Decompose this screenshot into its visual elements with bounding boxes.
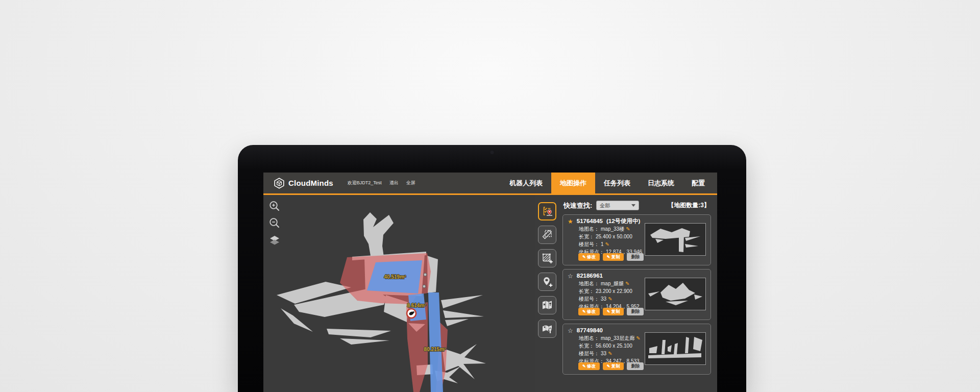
edit-pencil-icon[interactable]: ✎ (608, 351, 612, 356)
thumbnail-map-image (645, 224, 704, 254)
pencil-icon: ✎ (582, 255, 586, 259)
vertex-dot[interactable] (423, 285, 426, 288)
nav-tabs: 机器人列表 地图操作 任务列表 日志系统 配置 (501, 173, 717, 193)
zoom-out-icon[interactable] (268, 217, 281, 229)
field-label: 长宽： (579, 234, 594, 240)
map-tools-column (535, 195, 559, 392)
laptop-bezel: CloudMinds 欢迎BJDT2_Test 退出 全屏 机器人列表 地图操作… (238, 145, 746, 392)
tool-task-map-list-button[interactable] (538, 202, 556, 220)
quick-find-label: 快速查找: (564, 201, 592, 210)
edit-pencil-icon[interactable]: ✎ (636, 336, 640, 341)
upload-map-icon (541, 323, 553, 335)
tool-measure-area-button[interactable] (538, 226, 556, 244)
delete-button[interactable]: 删除 (627, 253, 644, 261)
map-id: 82186961 (577, 273, 603, 279)
tab-config[interactable]: 配置 (683, 173, 717, 193)
brand-name: CloudMinds (288, 179, 333, 187)
brand-logo[interactable]: CloudMinds (263, 173, 333, 193)
top-navbar: CloudMinds 欢迎BJDT2_Test 退出 全屏 机器人列表 地图操作… (263, 173, 717, 195)
field-label: 地图名： (579, 335, 599, 341)
map-card[interactable]: ☆ 82186961 地图名： map_腿腿 ✎ 长宽： 23.200 x 22… (562, 269, 711, 320)
modify-button[interactable]: ✎修改 (578, 362, 600, 370)
card-actions: ✎修改 ✎复制 删除 (578, 253, 644, 261)
thumbnail-map-image (645, 333, 704, 363)
tab-task-list[interactable]: 任务列表 (595, 173, 639, 193)
field-label: 楼层号： (579, 296, 599, 302)
favorite-star-icon[interactable]: ☆ (568, 273, 573, 279)
map-id: 51764845 (577, 218, 603, 225)
session-bar: 欢迎BJDT2_Test 退出 全屏 (348, 173, 415, 193)
vertex-dot[interactable] (424, 273, 427, 276)
field-value: 1 (601, 241, 604, 248)
filter-select[interactable]: 全部 (596, 201, 639, 210)
map-thumbnail[interactable] (645, 278, 706, 310)
occupancy-map-canvas[interactable]: 40.519m² 8.614m² 80.215m² (263, 195, 535, 392)
tool-map-marker-button[interactable] (538, 296, 556, 314)
map-count-badge: 【地图数量:3】 (668, 201, 710, 210)
pencil-icon: ✎ (607, 364, 610, 369)
favorite-star-icon[interactable]: ★ (568, 218, 573, 225)
field-label: 地图名： (579, 281, 599, 287)
pencil-icon: ✎ (607, 309, 610, 314)
pencil-icon: ✎ (582, 309, 586, 314)
logout-link[interactable]: 退出 (389, 180, 399, 186)
map-card[interactable]: ☆ 87749840 地图名： map_33层走廊 ✎ 长宽： 56.600 x… (562, 324, 711, 375)
chevron-down-icon (631, 204, 635, 207)
main-area: 40.519m² 8.614m² 80.215m² (263, 195, 717, 392)
field-value: map_33层走廊 (601, 335, 634, 341)
field-label: 楼层号： (579, 241, 599, 248)
app-screen: CloudMinds 欢迎BJDT2_Test 退出 全屏 机器人列表 地图操作… (263, 173, 717, 392)
field-value: 25.400 x 50.000 (596, 234, 632, 240)
cloudminds-hexagon-icon (274, 178, 285, 189)
page-background: CloudMinds 欢迎BJDT2_Test 退出 全屏 机器人列表 地图操作… (0, 0, 980, 392)
thumbnail-map-image (645, 278, 704, 309)
edit-pencil-icon[interactable]: ✎ (625, 281, 629, 286)
area-label-small: 8.614m² (407, 303, 426, 308)
tool-upload-map-button[interactable] (538, 320, 556, 338)
task-map-list-icon (541, 205, 553, 217)
map-status: (12号使用中) (606, 218, 640, 225)
delete-button[interactable]: 删除 (627, 308, 644, 315)
map-controls (268, 200, 281, 246)
webcam-dot (491, 151, 494, 154)
tab-log-system[interactable]: 日志系统 (639, 173, 683, 193)
edit-pencil-icon[interactable]: ✎ (626, 227, 630, 232)
field-value: 23.200 x 22.900 (596, 288, 632, 295)
map-thumbnail[interactable] (645, 223, 706, 256)
card-actions: ✎修改 ✎复制 删除 (578, 362, 644, 370)
finder-row: 快速查找: 全部 【地图数量:3】 (564, 201, 710, 210)
copy-button[interactable]: ✎复制 (603, 362, 624, 370)
modify-button[interactable]: ✎修改 (578, 308, 600, 315)
zoom-in-icon[interactable] (268, 200, 281, 212)
copy-button[interactable]: ✎复制 (603, 308, 624, 315)
map-card[interactable]: ★ 51764845 (12号使用中) 地图名： map_33楼 ✎ 长宽： 2… (562, 214, 711, 265)
field-label: 楼层号： (579, 351, 599, 357)
tab-robot-list[interactable]: 机器人列表 (501, 173, 551, 193)
map-thumbnail[interactable] (645, 332, 706, 365)
filter-selected-value: 全部 (600, 202, 610, 209)
field-label: 长宽： (579, 288, 594, 295)
edit-pencil-icon[interactable]: ✎ (605, 242, 609, 247)
robot-marker[interactable] (407, 309, 416, 318)
tool-add-location-pin-button[interactable] (538, 273, 556, 291)
fullscreen-link[interactable]: 全屏 (406, 180, 415, 186)
area-label-large: 40.519m² (384, 274, 406, 280)
add-location-pin-icon (541, 276, 553, 288)
field-value: map_腿腿 (601, 281, 624, 287)
map-id: 87749840 (577, 327, 603, 334)
field-value: 33 (601, 351, 606, 357)
modify-button[interactable]: ✎修改 (578, 253, 600, 261)
area-label-corridor: 80.215m² (424, 347, 446, 352)
delete-button[interactable]: 删除 (627, 362, 644, 370)
field-value: map_33楼 (601, 226, 624, 232)
tab-map-operation[interactable]: 地图操作 (551, 173, 595, 193)
map-marker-icon (541, 299, 553, 311)
copy-button[interactable]: ✎复制 (603, 253, 624, 261)
map-viewport[interactable]: 40.519m² 8.614m² 80.215m² (263, 195, 535, 392)
measure-area-icon (541, 229, 553, 241)
favorite-star-icon[interactable]: ☆ (568, 328, 573, 334)
layers-icon[interactable] (268, 234, 281, 246)
edit-pencil-icon[interactable]: ✎ (608, 297, 612, 302)
tool-add-hatch-zone-button[interactable] (538, 249, 556, 267)
card-actions: ✎修改 ✎复制 删除 (578, 308, 644, 315)
